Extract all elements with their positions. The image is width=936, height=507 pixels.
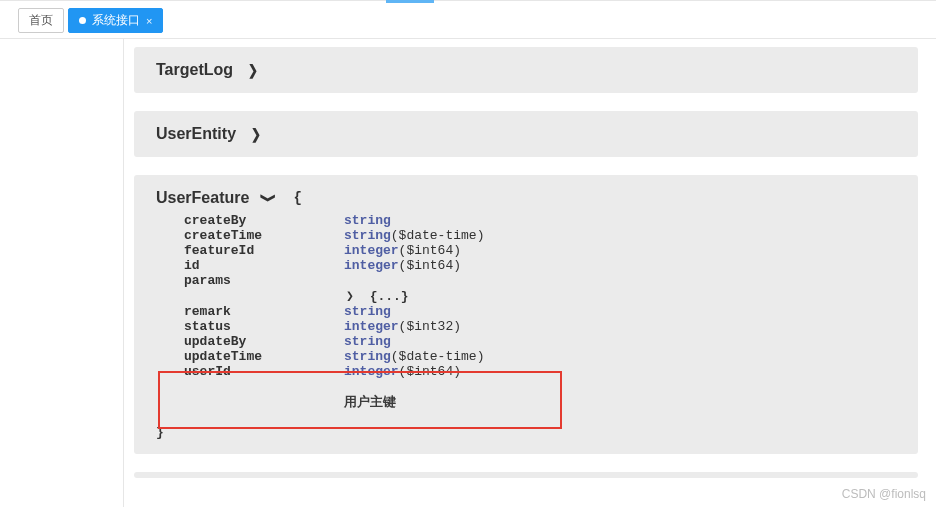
model-userfeature-title: UserFeature [156,189,249,207]
open-brace: { [289,190,301,206]
tab-dot-icon [79,17,86,24]
prop-name: id [184,258,344,273]
nested-braces: {...} [370,289,409,304]
prop-row: createTime string($date-time) [156,228,896,243]
watermark: CSDN @fionlsq [842,487,926,501]
close-brace: } [156,425,896,440]
nested-object-toggle[interactable]: ❯ {...} [156,288,896,304]
chevron-right-icon: ❯ [346,289,362,304]
prop-row: userId integer($int64) [156,364,896,379]
workspace: TargetLog ❯ UserEntity ❯ UserFeature ❯ {… [0,38,936,507]
prop-description: 用户主键 [156,393,896,411]
prop-type: integer [344,243,399,258]
prop-name: remark [184,304,344,319]
chevron-right-icon: ❯ [251,126,261,142]
prop-format: ($int64) [399,258,461,273]
close-icon[interactable]: × [146,15,152,27]
model-userentity[interactable]: UserEntity ❯ [134,111,918,157]
prop-row: id integer($int64) [156,258,896,273]
prop-type: integer [344,364,399,379]
prop-name: updateBy [184,334,344,349]
prop-format: ($date-time) [391,349,485,364]
model-userentity-header[interactable]: UserEntity ❯ [156,125,262,143]
prop-format: ($int64) [399,243,461,258]
prop-name: createTime [184,228,344,243]
prop-type: string [344,228,391,243]
prop-type: string [344,349,391,364]
model-userfeature: UserFeature ❯ { createBy string createTi… [134,175,918,454]
prop-format: ($int64) [399,364,461,379]
prop-name: status [184,319,344,334]
prop-format: ($date-time) [391,228,485,243]
prop-format: ($int32) [399,319,461,334]
top-active-indicator [386,0,434,3]
tab-home-label: 首页 [29,12,53,29]
prop-row: createBy string [156,213,896,228]
model-userentity-title: UserEntity [156,125,236,143]
tab-bar: 首页 系统接口 × [0,0,936,38]
prop-row: featureId integer($int64) [156,243,896,258]
prop-type: integer [344,319,399,334]
prop-row: updateBy string [156,334,896,349]
prop-type: string [344,304,391,319]
tab-home[interactable]: 首页 [18,8,64,33]
tab-active-label: 系统接口 [92,12,140,29]
model-next-stub [134,472,918,478]
content-area: TargetLog ❯ UserEntity ❯ UserFeature ❯ {… [124,39,936,507]
tab-system-api[interactable]: 系统接口 × [68,8,163,33]
chevron-right-icon: ❯ [248,62,258,78]
prop-type: string [344,334,391,349]
chevron-down-icon: ❯ [261,193,277,203]
prop-name: params [184,273,344,288]
prop-name: createBy [184,213,344,228]
userfeature-props: createBy string createTime string($date-… [156,213,896,411]
prop-name: featureId [184,243,344,258]
model-targetlog-title: TargetLog [156,61,233,79]
model-userfeature-header[interactable]: UserFeature ❯ { [156,189,302,207]
prop-type: string [344,213,391,228]
prop-row: remark string [156,304,896,319]
prop-type: integer [344,258,399,273]
left-pane [0,39,124,507]
model-targetlog[interactable]: TargetLog ❯ [134,47,918,93]
prop-row: updateTime string($date-time) [156,349,896,364]
prop-name: updateTime [184,349,344,364]
prop-row: status integer($int32) [156,319,896,334]
prop-row: params [156,273,896,288]
prop-name: userId [184,364,344,379]
model-targetlog-header[interactable]: TargetLog ❯ [156,61,259,79]
